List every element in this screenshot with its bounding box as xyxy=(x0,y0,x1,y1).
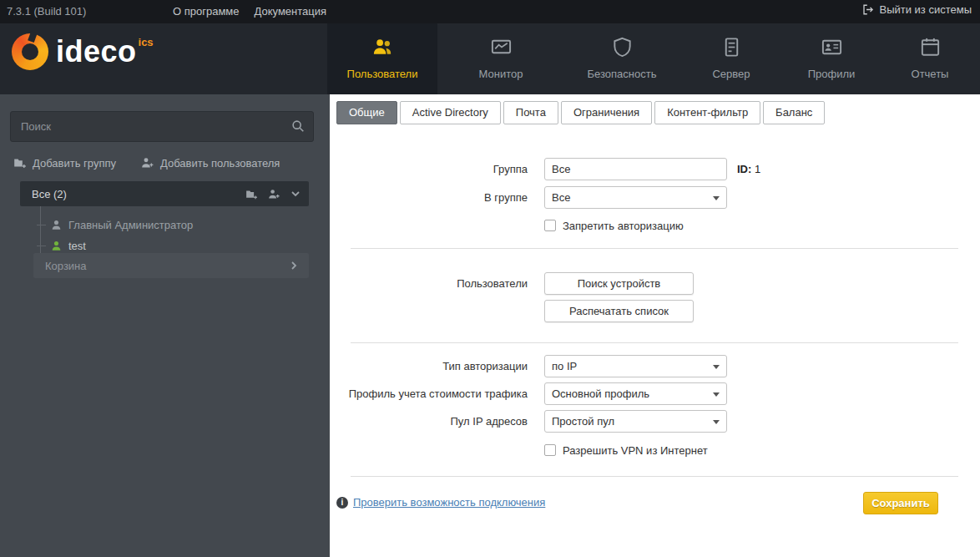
tab-general[interactable]: Общие xyxy=(336,101,397,124)
chevron-right-icon[interactable] xyxy=(289,261,299,271)
deny-auth-checkbox[interactable] xyxy=(544,220,556,231)
logo-sup: ics xyxy=(139,36,154,48)
header: ideco ics Пользователи Монитор Безопасно… xyxy=(0,23,980,94)
sidebar-search xyxy=(10,111,314,142)
print-list-button[interactable]: Распечатать список xyxy=(544,300,694,322)
nav-label-monitor: Монитор xyxy=(479,68,523,80)
group-add-icon[interactable] xyxy=(245,188,258,200)
sidebar-actions: Добавить группу Добавить пользователя xyxy=(13,156,280,170)
monitor-icon xyxy=(490,36,513,58)
user-icon xyxy=(50,240,68,252)
group-row: Группа ID: 1 xyxy=(330,157,760,180)
tab-mail[interactable]: Почта xyxy=(503,101,558,124)
nav-label-profiles: Профили xyxy=(808,68,856,80)
profile-card-icon xyxy=(821,36,843,58)
group-name-input[interactable] xyxy=(544,158,727,180)
users-icon xyxy=(371,36,394,58)
auth-type-row: Тип авторизации по IP xyxy=(330,354,727,377)
allow-vpn-row: Разрешить VPN из Интернет xyxy=(544,443,708,457)
check-connection-row: i Проверить возможность подключения xyxy=(336,496,545,509)
auth-type-value: по IP xyxy=(552,360,577,372)
folder-add-icon xyxy=(13,156,27,170)
ideco-logo-icon xyxy=(12,33,48,70)
save-button[interactable]: Сохранить xyxy=(863,492,938,514)
server-icon xyxy=(720,36,743,58)
add-user-label: Добавить пользователя xyxy=(160,157,280,170)
users-label: Пользователи xyxy=(330,277,528,290)
add-group-label: Добавить группу xyxy=(33,157,116,170)
print-list-row: Распечатать список xyxy=(544,299,694,322)
nav-item-monitor[interactable]: Монитор xyxy=(437,23,564,94)
in-group-select[interactable]: Все xyxy=(544,186,727,209)
add-user-button[interactable]: Добавить пользователя xyxy=(141,156,280,170)
traffic-profile-label: Профиль учета стоимости трафика xyxy=(330,387,528,400)
search-devices-button[interactable]: Поиск устройств xyxy=(544,272,694,295)
menu-docs[interactable]: Документация xyxy=(255,5,327,18)
check-connection-link[interactable]: Проверить возможность подключения xyxy=(353,496,545,509)
topbar: 7.3.1 (Build 101) О программе Документац… xyxy=(0,0,980,23)
nav-item-users[interactable]: Пользователи xyxy=(327,23,437,94)
user-icon xyxy=(50,219,68,231)
search-input[interactable] xyxy=(10,111,314,142)
main-nav: Пользователи Монитор Безопасность Сервер… xyxy=(327,23,980,94)
user-add-icon xyxy=(141,156,154,170)
section-divider xyxy=(351,342,958,343)
nav-item-server[interactable]: Сервер xyxy=(679,23,783,94)
tab-balance[interactable]: Баланс xyxy=(763,101,825,124)
users-row: Пользователи Поиск устройств xyxy=(330,271,694,295)
id-label: ID: xyxy=(737,163,751,175)
logo[interactable]: ideco ics xyxy=(12,33,154,70)
traffic-profile-select[interactable]: Основной профиль xyxy=(544,382,727,405)
nav-label-profiles-server: Сервер xyxy=(712,68,750,80)
group-id: ID: 1 xyxy=(737,163,760,175)
ip-pool-row: Пул IP адресов Простой пул xyxy=(330,409,727,433)
nav-item-reports[interactable]: Отчеты xyxy=(880,23,980,94)
sidebar: Добавить группу Добавить пользователя Вс… xyxy=(0,94,330,557)
traffic-profile-row: Профиль учета стоимости трафика Основной… xyxy=(330,382,727,405)
tab-restrictions[interactable]: Ограничения xyxy=(561,101,652,124)
logo-text: ideco xyxy=(56,33,137,70)
tab-content-filter[interactable]: Контент-фильтр xyxy=(654,101,760,124)
traffic-profile-value: Основной профиль xyxy=(552,387,649,400)
ip-pool-select[interactable]: Простой пул xyxy=(544,410,727,433)
logout-icon xyxy=(861,3,874,16)
auth-type-select[interactable]: по IP xyxy=(544,355,727,377)
topbar-menu: О программе Документация xyxy=(173,5,326,18)
search-icon xyxy=(290,119,306,134)
ip-pool-value: Простой пул xyxy=(552,415,614,428)
tree-branch-line xyxy=(37,225,46,225)
nav-item-profiles[interactable]: Профили xyxy=(783,23,880,94)
nav-item-security[interactable]: Безопасность xyxy=(564,23,679,94)
section-divider xyxy=(351,476,958,477)
calendar-report-icon xyxy=(919,36,942,58)
allow-vpn-label: Разрешить VPN из Интернет xyxy=(563,444,708,457)
tree-item-admin[interactable]: Главный Администратор xyxy=(37,215,193,235)
section-divider xyxy=(351,248,958,249)
user-add-icon[interactable] xyxy=(268,188,280,200)
tree-branch-line xyxy=(37,246,46,246)
ip-pool-label: Пул IP адресов xyxy=(330,415,528,428)
id-value: 1 xyxy=(755,163,760,175)
info-icon: i xyxy=(336,497,348,509)
allow-vpn-checkbox[interactable] xyxy=(544,444,556,456)
tree-root-all-group[interactable]: Все (2) xyxy=(20,181,309,206)
add-group-button[interactable]: Добавить группу xyxy=(13,156,116,170)
nav-label-security: Безопасность xyxy=(588,68,657,80)
app-version: 7.3.1 (Build 101) xyxy=(7,5,86,18)
logout-button[interactable]: Выйти из системы xyxy=(861,3,972,16)
chevron-down-icon[interactable] xyxy=(290,189,301,199)
in-group-value: Все xyxy=(552,191,570,204)
tab-active-directory[interactable]: Active Directory xyxy=(400,101,501,124)
nav-label-reports: Отчеты xyxy=(912,68,949,80)
trash-label: Корзина xyxy=(45,260,87,272)
logout-label: Выйти из системы xyxy=(879,3,972,16)
main-content: Общие Active Directory Почта Ограничения… xyxy=(330,94,980,557)
menu-about[interactable]: О программе xyxy=(173,5,240,18)
deny-auth-row: Запретить авторизацию xyxy=(544,219,684,232)
tree-item-trash[interactable]: Корзина xyxy=(33,253,309,278)
nav-label-users: Пользователи xyxy=(347,68,418,80)
tab-bar: Общие Active Directory Почта Ограничения… xyxy=(336,101,827,124)
shield-icon xyxy=(611,36,634,58)
deny-auth-label: Запретить авторизацию xyxy=(563,220,684,232)
tree-root-label: Все (2) xyxy=(32,188,67,200)
